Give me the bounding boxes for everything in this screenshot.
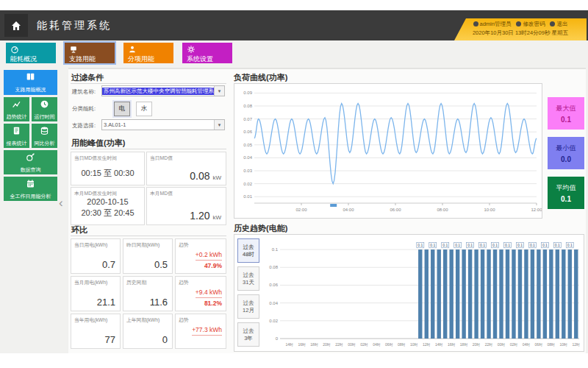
tab-1[interactable]: 能耗概况	[6, 43, 56, 63]
history-bar[interactable]	[524, 250, 528, 339]
building-select[interactable]: 苏州高新区示范大楼中央空调智慧能耗管理系统 ▾	[101, 85, 225, 96]
category-option-电[interactable]: 电	[114, 102, 130, 116]
svg-text:0.08: 0.08	[269, 265, 278, 269]
svg-text:0.03: 0.03	[243, 169, 252, 173]
history-chart-title: 历史趋势(电能)	[234, 223, 287, 234]
history-bar[interactable]	[506, 250, 509, 339]
range-button-3年[interactable]: 过去3年	[237, 322, 259, 347]
history-bar[interactable]	[549, 250, 553, 339]
tab-4[interactable]: 系统设置	[182, 43, 232, 63]
svg-text:0.1: 0.1	[555, 243, 560, 247]
history-bar[interactable]	[531, 250, 534, 339]
svg-text:0.1: 0.1	[417, 243, 423, 247]
history-bar[interactable]	[474, 250, 478, 339]
top-bar: 能耗管理系统 admin管理员 修改密码 退出 2020年10月30日 13时2…	[0, 10, 588, 40]
category-label: 分类能耗:	[72, 105, 96, 113]
history-bar[interactable]	[537, 250, 540, 339]
history-bar[interactable]	[518, 250, 522, 339]
power-icon	[550, 21, 555, 26]
svg-text:02时: 02时	[510, 342, 518, 347]
range-button-48时[interactable]: 过去48时	[237, 238, 259, 263]
svg-text:20时: 20时	[473, 342, 481, 347]
svg-text:14时: 14时	[435, 342, 443, 347]
history-bar[interactable]	[556, 250, 559, 339]
tab-2[interactable]: 支路用能	[65, 43, 115, 63]
history-bar[interactable]	[499, 250, 503, 339]
stat-badge-3: 平均值0.1	[548, 177, 584, 209]
sidebar-item-3[interactable]: 运行时间	[32, 97, 57, 121]
category-option-水[interactable]: 水	[136, 102, 152, 116]
main-tabs: 能耗概况支路用能分项用能系统设置	[6, 43, 232, 63]
user-name[interactable]: admin管理员	[473, 21, 512, 28]
history-bar[interactable]	[493, 250, 497, 339]
svg-text:00时: 00时	[498, 342, 506, 347]
category-icon	[128, 45, 173, 54]
home-icon[interactable]	[4, 14, 28, 37]
load-curve-panel: 0.010.020.030.040.050.060.070.080.0902:0…	[234, 83, 542, 219]
load-curve-chart[interactable]: 0.010.020.030.040.050.060.070.080.0902:0…	[234, 84, 542, 218]
logout-link[interactable]: 退出	[550, 21, 567, 28]
history-panel: 过去48时过去31天过去12月过去3年 00.020.040.060.080.1…	[234, 234, 584, 352]
svg-text:04时: 04时	[373, 342, 381, 347]
svg-text:0.02: 0.02	[269, 319, 278, 323]
history-bar[interactable]	[574, 250, 578, 339]
history-bar[interactable]	[512, 250, 515, 339]
svg-text:16时: 16时	[448, 342, 456, 347]
history-bar[interactable]	[437, 250, 441, 339]
history-bar[interactable]	[562, 250, 565, 339]
history-bar[interactable]	[568, 250, 572, 339]
sidebar-item-4[interactable]: 报表统计	[4, 124, 29, 148]
report-icon	[12, 125, 21, 138]
svg-text:0.1: 0.1	[492, 243, 498, 247]
svg-text:20时: 20时	[323, 342, 331, 347]
sidebar-collapse-arrow[interactable]: ‹	[59, 196, 63, 210]
filter-panel-title: 过滤条件	[71, 72, 104, 83]
content-area: 过滤条件 建筑名称: 苏州高新区示范大楼中央空调智慧能耗管理系统 ▾ 分类能耗:…	[68, 68, 586, 353]
svg-text:10时: 10时	[560, 342, 568, 347]
change-password-link[interactable]: 修改密码	[516, 21, 545, 28]
svg-text:0.07: 0.07	[243, 117, 252, 121]
md-cell-2: 当日MD值0.08 kW	[146, 152, 226, 185]
history-bar-chart[interactable]: 00.020.040.060.080.114时16时18时20时22时00时02…	[262, 236, 584, 350]
svg-text:18时: 18时	[310, 342, 318, 347]
sidebar-item-1[interactable]: 支路用能概况	[4, 70, 57, 95]
md-panel-title: 用能峰值(功率)	[71, 138, 125, 149]
history-bar[interactable]	[456, 250, 459, 339]
clock-icon	[40, 99, 49, 112]
trend-icon	[12, 99, 21, 112]
svg-text:16时: 16时	[298, 342, 306, 347]
sidebar-item-7[interactable]: 全工作日用能分析	[4, 177, 57, 201]
sidebar-item-5[interactable]: 同比分析	[32, 124, 57, 148]
history-bar[interactable]	[468, 250, 472, 339]
branch-select[interactable]: 3.AL01-1 ▾	[101, 119, 225, 130]
history-bar[interactable]	[449, 250, 453, 339]
chevron-down-icon: ▾	[214, 120, 224, 130]
svg-text:0: 0	[276, 336, 279, 341]
history-bar[interactable]	[487, 250, 490, 339]
svg-text:0.1: 0.1	[455, 243, 460, 247]
huanbi-previous-2: 历史同期11.6	[123, 276, 173, 311]
sidebar-item-2[interactable]: 趋势统计	[4, 97, 29, 121]
huanbi-current-3: 当年用电(kWh)77	[71, 314, 121, 349]
svg-text:12:00: 12:00	[531, 208, 542, 212]
history-bar[interactable]	[462, 250, 465, 339]
tab-3[interactable]: 分项用能	[123, 43, 173, 63]
range-button-12月[interactable]: 过去12月	[237, 294, 259, 319]
huanbi-current-1: 当日用电(kWh)0.7	[71, 238, 121, 274]
svg-text:0.06: 0.06	[243, 130, 252, 134]
datetime-label: 2020年10月30日 13时24分09秒 星期五	[454, 29, 587, 37]
sidebar-item-6[interactable]: 数据查询	[4, 150, 57, 174]
huanbi-previous-1: 昨日同期(kWh)0.5	[123, 238, 173, 274]
svg-text:0.1: 0.1	[467, 243, 473, 247]
history-bar[interactable]	[481, 250, 484, 339]
huanbi-trend-3: 趋势+77.3 kWh	[175, 314, 226, 349]
history-bar[interactable]	[543, 250, 547, 339]
md-cell-1: 当日MD值发生时间00:15 至 00:30	[71, 152, 145, 185]
range-button-31天[interactable]: 过去31天	[237, 266, 259, 291]
svg-text:0.1: 0.1	[517, 243, 523, 247]
history-bar[interactable]	[418, 250, 422, 339]
history-bar[interactable]	[425, 250, 429, 339]
history-bar[interactable]	[431, 250, 434, 339]
chart-scroll-handle[interactable]	[330, 204, 337, 207]
history-bar[interactable]	[443, 250, 447, 339]
